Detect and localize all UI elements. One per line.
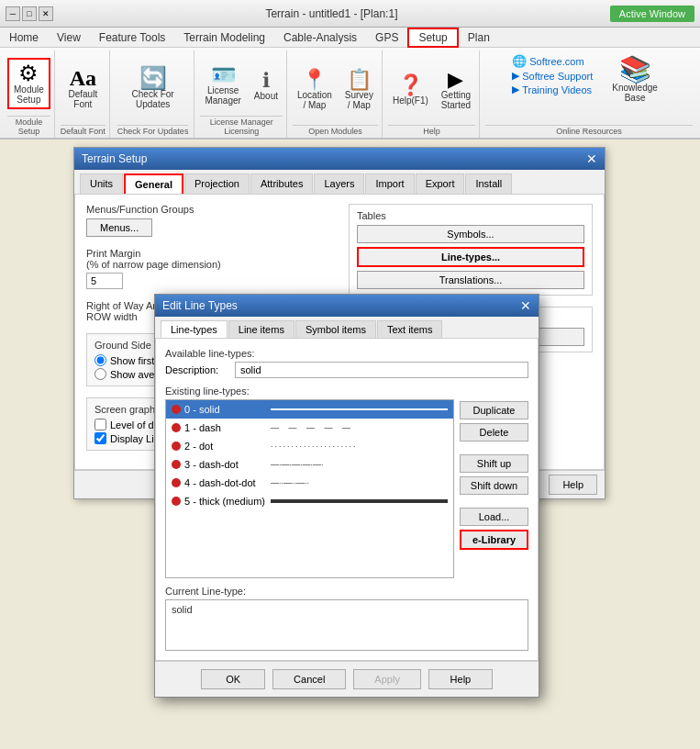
elt-bottom-bar: OK Cancel Apply Help [155, 661, 539, 697]
load-button[interactable]: Load... [460, 508, 528, 526]
list-item-dot[interactable]: 2 - dot ····················· [166, 437, 453, 455]
minimize-btn[interactable]: ─ [6, 6, 20, 21]
ribbon-group-label-location: Open Modules [293, 125, 378, 136]
menu-item-home[interactable]: Home [0, 29, 48, 46]
about-button[interactable]: ℹ About [250, 68, 283, 104]
menu-item-terrain-modeling[interactable]: Terrain Modeling [174, 29, 274, 46]
menus-button[interactable]: Menus... [86, 218, 152, 237]
description-label: Description: [165, 364, 229, 375]
line-types-list: 0 - solid 1 - dash — — — — — 2 - do [165, 399, 454, 578]
ribbon: ⚙ ModuleSetup ModuleSetup Aa DefaultFont… [0, 48, 700, 140]
apply-button[interactable]: Apply [353, 669, 421, 689]
tab-import[interactable]: Import [365, 173, 414, 194]
description-input[interactable] [235, 362, 528, 378]
print-margin-section: Print Margin (% of narrow page dimension… [86, 248, 330, 289]
current-value-display: solid [165, 599, 528, 651]
menu-item-setup[interactable]: Setup [407, 28, 458, 48]
menus-label: Menus/Function Groups [86, 204, 330, 215]
elt-tab-line-items[interactable]: Line items [228, 320, 294, 338]
shift-up-button[interactable]: Shift up [460, 454, 528, 473]
check-updates-button[interactable]: 🔄 Check ForUpdates [127, 63, 180, 113]
active-window-badge: Active Window [610, 6, 694, 22]
about-icon: ℹ [262, 71, 270, 91]
default-font-label: DefaultFont [68, 89, 97, 109]
ok-button[interactable]: OK [201, 669, 265, 689]
cancel-button[interactable]: Cancel [272, 669, 346, 689]
knowledge-base-button[interactable]: 📚 KnowledgeBase [604, 54, 665, 124]
refresh-icon: 🔄 [139, 67, 167, 89]
duplicate-button[interactable]: Duplicate [460, 401, 528, 419]
tab-general[interactable]: General [124, 173, 183, 194]
elt-tab-symbol-items[interactable]: Symbol items [295, 320, 376, 338]
play-icon-support: ▶ [512, 70, 519, 82]
globe-icon: 🌐 [512, 54, 527, 68]
survey-map-button[interactable]: 📋 Survey/ Map [340, 67, 378, 113]
ribbon-group-help: ❓ Help(F1) ▶ GettingStarted Help [384, 50, 480, 138]
translations-button[interactable]: Translations... [357, 271, 584, 289]
getting-started-button[interactable]: ▶ GettingStarted [437, 67, 475, 113]
title-bar: ─ □ ✕ Terrain - untitled1 - [Plan:1] Act… [0, 0, 700, 28]
terrain-setup-close-icon[interactable]: ✕ [586, 151, 597, 166]
tab-projection[interactable]: Projection [184, 173, 250, 194]
training-videos-link[interactable]: ▶ Training Videos [512, 84, 593, 95]
default-font-button[interactable]: Aa DefaultFont [62, 63, 103, 113]
window-controls[interactable]: ─ □ ✕ [6, 6, 53, 21]
check-updates-label: Check ForUpdates [132, 89, 174, 109]
elt-tab-line-types[interactable]: Line-types [161, 320, 228, 338]
menu-item-feature-tools[interactable]: Feature Tools [90, 29, 175, 46]
gear-icon: ⚙ [18, 62, 39, 84]
elt-help-button[interactable]: Help [428, 669, 493, 689]
tables-section: Tables Symbols... Line-types... Translat… [349, 204, 593, 296]
e-library-button[interactable]: e-Library [460, 530, 528, 550]
elt-tab-text-items[interactable]: Text items [377, 320, 443, 338]
maximize-btn[interactable]: □ [22, 6, 37, 21]
delete-button[interactable]: Delete [460, 423, 528, 442]
menu-item-cable-analysis[interactable]: Cable-Analysis [274, 29, 366, 46]
license-manager-label: LicenseManager [205, 85, 240, 106]
current-section: Current Line-type: solid [165, 586, 528, 651]
ribbon-group-location: 📍 Location/ Map 📋 Survey/ Map Open Modul… [289, 50, 383, 138]
shift-down-button[interactable]: Shift down [460, 476, 528, 495]
menu-item-gps[interactable]: GPS [366, 29, 407, 46]
terrain-setup-titlebar: Terrain Setup ✕ [74, 148, 605, 170]
help-f1-label: Help(F1) [393, 95, 428, 106]
print-margin-sublabel: (% of narrow page dimension) [86, 259, 330, 270]
elt-action-buttons: Duplicate Delete Shift up Shift down Loa… [460, 399, 528, 578]
knowledge-base-label: KnowledgeBase [612, 83, 657, 103]
list-item-solid[interactable]: 0 - solid [166, 400, 453, 419]
list-item-dash-dot-dot[interactable]: 4 - dash-dot-dot —··—··—·· [166, 474, 453, 492]
tab-units[interactable]: Units [80, 173, 123, 194]
terrain-setup-help-button[interactable]: Help [549, 475, 597, 495]
elt-content: Available line-types: Description: Exist… [155, 339, 539, 661]
tab-attributes[interactable]: Attributes [250, 173, 313, 194]
list-item-dash[interactable]: 1 - dash — — — — — [166, 419, 453, 437]
elt-tabs: Line-types Line items Symbol items Text … [155, 317, 539, 339]
ribbon-group-label-updates: Check For Updates [117, 125, 189, 136]
softree-com-link[interactable]: 🌐 Softree.com [512, 54, 593, 68]
line-types-button[interactable]: Line-types... [357, 247, 584, 267]
list-item-dash-dot[interactable]: 3 - dash-dot —·—·—·—·—· [166, 455, 453, 474]
ribbon-group-license: 🪪 LicenseManager ℹ About License Manager… [196, 50, 287, 138]
current-label: Current Line-type: [165, 586, 528, 597]
ribbon-group-label-help: Help [388, 125, 475, 136]
location-label: Location/ Map [297, 90, 332, 110]
menu-item-view[interactable]: View [48, 29, 90, 46]
elt-close-icon[interactable]: ✕ [520, 298, 531, 313]
license-manager-button[interactable]: 🪪 LicenseManager [200, 62, 245, 108]
symbols-button[interactable]: Symbols... [357, 225, 584, 243]
softree-support-link[interactable]: ▶ Softree Support [512, 70, 593, 82]
knowledge-base-icon: 📚 [619, 57, 651, 83]
tab-export[interactable]: Export [416, 173, 465, 194]
tab-install[interactable]: Install [465, 173, 512, 194]
list-item-thick[interactable]: 5 - thick (medium) [166, 492, 453, 510]
module-setup-button[interactable]: ⚙ ModuleSetup [7, 58, 50, 109]
available-label: Available line-types: [165, 348, 528, 359]
menu-item-plan[interactable]: Plan [459, 29, 499, 46]
print-margin-input[interactable] [86, 273, 123, 289]
ribbon-group-label-license: License ManagerLicensing [200, 116, 283, 136]
tab-layers[interactable]: Layers [314, 173, 364, 194]
help-f1-button[interactable]: ❓ Help(F1) [388, 73, 433, 108]
close-btn[interactable]: ✕ [39, 6, 53, 21]
survey-icon: 📋 [347, 70, 372, 90]
location-button[interactable]: 📍 Location/ Map [293, 67, 337, 113]
